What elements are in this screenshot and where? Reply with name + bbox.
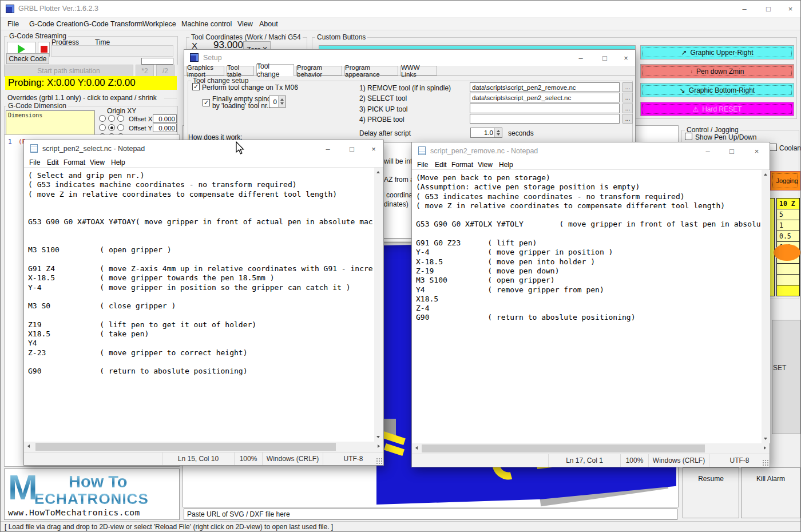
browse-remove-button[interactable]: ... xyxy=(622,82,633,92)
pen-down-zmin-button[interactable]: ↓ Pen down Zmin xyxy=(640,64,794,78)
jog-z-empty-2[interactable] xyxy=(776,263,800,275)
tab-graphics-import[interactable]: Graphics import xyxy=(187,66,224,76)
overrides-toggle[interactable]: Overrides (grbl 1.1 only) - click to exp… xyxy=(7,94,157,102)
resume-button[interactable]: Resume xyxy=(683,467,739,518)
svg-dxf-url-input[interactable]: Paste URL of SVG / DXF file here xyxy=(184,509,677,520)
np-menu-edit[interactable]: Edit xyxy=(47,158,59,166)
tool-nr-spinner[interactable]: 0 xyxy=(269,96,286,108)
speed-half-button[interactable]: /2 xyxy=(156,65,175,77)
logo-how-to: How To xyxy=(69,473,128,491)
probe-script-field[interactable] xyxy=(470,114,620,124)
main-statusbar: [ Load file via drag and drop to 2D-view… xyxy=(1,521,800,532)
notepad-remove-hscrollbar[interactable] xyxy=(412,443,770,454)
origin-radio-center[interactable] xyxy=(108,124,115,131)
np-menu-format[interactable]: Format xyxy=(64,158,85,166)
main-maximize-button[interactable]: □ xyxy=(756,1,780,17)
tab-tool-table[interactable]: Tool table xyxy=(227,66,254,76)
resize-grip-icon[interactable] xyxy=(762,459,768,466)
start-path-simulation-button[interactable]: Start path simulation xyxy=(4,65,133,77)
tab-www-links[interactable]: WWW Links xyxy=(400,66,437,76)
origin-radio-w[interactable] xyxy=(99,124,106,131)
np-menu-format[interactable]: Format xyxy=(451,161,473,169)
main-minimize-button[interactable]: – xyxy=(732,1,756,17)
np-menu-edit[interactable]: Edit xyxy=(435,161,447,169)
notepad-select-vscrollbar[interactable] xyxy=(374,168,383,442)
np-menu-file[interactable]: File xyxy=(29,158,40,166)
notepad-remove-vscrollbar[interactable] xyxy=(762,170,770,443)
jog-z-1[interactable]: 1 xyxy=(776,220,800,231)
notepad-remove-titlebar[interactable]: script_pen2_remove.nc - Notepad – □ × xyxy=(412,142,770,160)
np-menu-help[interactable]: Help xyxy=(499,161,513,169)
origin-xy-label: Origin XY xyxy=(107,107,136,115)
np-menu-view[interactable]: View xyxy=(90,158,105,166)
resize-grip-icon[interactable] xyxy=(376,458,382,464)
check-code-button[interactable]: Check Code xyxy=(6,53,49,64)
np-menu-view[interactable]: View xyxy=(478,161,493,169)
speed-x2-button[interactable]: *2 xyxy=(136,65,154,77)
notepad-remove-text[interactable]: (Move pen back to pen storage) (Assumpti… xyxy=(413,170,761,443)
browse-select-button[interactable]: ... xyxy=(622,93,633,102)
pickup-script-field[interactable] xyxy=(470,104,620,113)
perform-tool-change-checkbox[interactable] xyxy=(192,83,200,90)
browse-pickup-button[interactable]: ... xyxy=(622,104,633,113)
show-pen-checkbox[interactable] xyxy=(685,133,692,140)
jog-z-empty-3[interactable] xyxy=(776,274,800,285)
coolant-checkbox[interactable] xyxy=(770,144,777,151)
reset-button-clipped[interactable]: SET xyxy=(772,320,800,434)
menu-view[interactable]: View xyxy=(235,18,255,30)
offset-x-field[interactable]: 0.000 xyxy=(153,114,177,123)
offset-y-field[interactable]: 0.000 xyxy=(153,124,177,132)
np-menu-file[interactable]: File xyxy=(417,161,428,169)
menu-workpiece[interactable]: Workpiece xyxy=(140,18,179,30)
select-script-field[interactable]: data\scripts\script_pen2_select.nc xyxy=(470,93,620,102)
control-jogging-label: Control / Jogging xyxy=(685,126,740,134)
empty-spindle-checkbox[interactable] xyxy=(203,99,210,106)
jogging-button[interactable]: Jogging xyxy=(770,171,800,190)
cursor-position: Ln 15, Col 10 xyxy=(162,452,234,465)
setup-maximize-button[interactable]: □ xyxy=(593,50,617,66)
notepad-select-titlebar[interactable]: script_pen2_select.nc - Notepad – □ × xyxy=(24,140,383,157)
jog-z-05[interactable]: 0.5 xyxy=(776,231,800,242)
menu-machine-control[interactable]: Machine control xyxy=(179,18,234,30)
origin-radio-nw[interactable] xyxy=(99,115,106,122)
notepad-select-text[interactable]: ( Select and grip pen nr.) ( G53 indicat… xyxy=(25,168,373,442)
graphic-upper-right-button[interactable]: ↗ Graphic Upper-Right xyxy=(640,45,794,59)
kill-alarm-button[interactable]: Kill Alarm xyxy=(741,467,800,518)
jog-z-bottom[interactable] xyxy=(776,285,800,296)
np-menu-help[interactable]: Help xyxy=(111,158,125,166)
spinner-arrows-icon[interactable] xyxy=(278,96,285,107)
setup-close-button[interactable]: × xyxy=(617,50,635,66)
tab-tool-change[interactable]: Tool change xyxy=(256,64,294,76)
remove-script-field[interactable]: data\scripts\script_pen2_remove.nc xyxy=(470,82,620,92)
menu-gcode-transform[interactable]: G-Code Transform xyxy=(81,18,145,30)
tab-program-appearance[interactable]: Program appearance xyxy=(344,66,398,76)
menu-about[interactable]: About xyxy=(257,18,280,30)
grbl-plotter-main-window: GRBL Plotter Ver.:1.6.2.3 – □ × File G-C… xyxy=(0,0,801,532)
menu-file[interactable]: File xyxy=(5,18,21,30)
tab-program-behavior[interactable]: Program behavior xyxy=(296,66,342,76)
main-close-button[interactable]: × xyxy=(780,1,800,17)
spinner-arrows-icon[interactable] xyxy=(494,128,502,137)
perform-tool-change-label: Perform tool change on Tx M06 xyxy=(202,84,298,92)
delay-spinner[interactable]: 1.0 xyxy=(470,128,502,138)
hscroll-thumb[interactable] xyxy=(422,444,705,452)
graphic-bottom-right-button[interactable]: ↘ Graphic Bottom-Right xyxy=(640,83,794,97)
notepad-select-close[interactable]: × xyxy=(364,140,383,157)
notepad-remove-maximize[interactable]: □ xyxy=(720,142,744,160)
jog-z-5[interactable]: 5 xyxy=(776,209,800,220)
browse-probe-button[interactable]: ... xyxy=(622,114,633,124)
notepad-remove-close[interactable]: × xyxy=(744,142,770,160)
notepad-select-hscrollbar[interactable] xyxy=(24,442,383,452)
origin-radio-e[interactable] xyxy=(117,124,124,131)
origin-radio-ne[interactable] xyxy=(117,115,124,122)
origin-radio-n[interactable] xyxy=(108,115,115,122)
hard-reset-button[interactable]: ⚠ Hard RESET xyxy=(640,102,794,116)
jog-z-header[interactable]: 10 Z xyxy=(776,198,800,209)
notepad-select-minimize[interactable]: – xyxy=(316,140,340,157)
hscroll-thumb[interactable] xyxy=(35,443,336,451)
menu-gcode-creation[interactable]: G-Code Creation xyxy=(27,18,86,30)
notepad-select-maximize[interactable]: □ xyxy=(340,140,364,157)
main-status-text: [ Load file via drag and drop to 2D-view… xyxy=(1,523,333,531)
notepad-remove-minimize[interactable]: – xyxy=(696,142,720,160)
setup-minimize-button[interactable]: – xyxy=(569,50,593,66)
